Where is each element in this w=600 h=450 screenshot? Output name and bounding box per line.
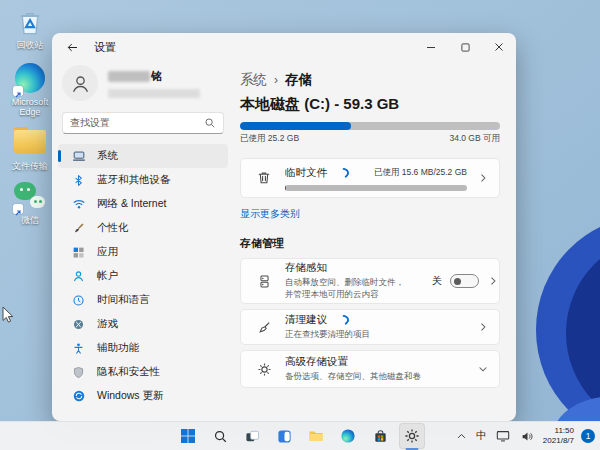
storage-page: 系统 › 存储 本地磁盘 (C:) - 59.3 GB 已使用 25.2 GB … xyxy=(234,61,516,421)
sidebar-item-gaming[interactable]: 游戏 xyxy=(58,312,228,336)
advanced-title: 高级存储设置 xyxy=(285,355,467,369)
person-icon xyxy=(71,269,86,284)
start-button[interactable] xyxy=(175,423,201,449)
close-button[interactable] xyxy=(482,33,516,61)
avatar xyxy=(62,65,98,101)
titlebar: 设置 xyxy=(52,33,516,61)
storage-sense-title: 存储感知 xyxy=(285,261,432,275)
desktop-icon-label: 微信 xyxy=(2,215,58,225)
sidebar-item-label: 应用 xyxy=(97,245,118,259)
wifi-icon xyxy=(71,197,86,212)
user-account-row[interactable]: 铭 xyxy=(52,61,234,101)
advanced-storage-card[interactable]: 高级存储设置 备份选项、存储空间、其他磁盘和卷 xyxy=(240,350,500,388)
sidebar-item-personalization[interactable]: 个性化 xyxy=(58,216,228,240)
clock[interactable]: 11:50 2021/8/7 xyxy=(543,426,574,447)
desktop: 回收站 Microsoft Edge 文件传输 微信 xyxy=(0,0,600,450)
sidebar-item-system[interactable]: 系统 xyxy=(58,144,228,168)
cleanup-recommendations-card[interactable]: 清理建议 正在查找要清理的项目 xyxy=(240,309,500,345)
laptop-icon xyxy=(71,149,86,164)
sidebar-item-accounts[interactable]: 帐户 xyxy=(58,264,228,288)
blurred-email xyxy=(108,89,200,98)
tray-date: 2021/8/7 xyxy=(543,436,574,446)
desktop-icon-edge[interactable]: Microsoft Edge xyxy=(2,62,58,118)
minimize-button[interactable] xyxy=(414,33,448,61)
widgets-button[interactable] xyxy=(271,423,297,449)
loading-spinner-icon xyxy=(337,166,351,180)
sidebar-item-label: 网络 & Internet xyxy=(97,197,166,211)
network-tray-button[interactable] xyxy=(494,427,512,445)
toggle-off-label: 关 xyxy=(432,274,442,288)
sidebar-item-windows-update[interactable]: Windows 更新 xyxy=(58,384,228,408)
store-icon xyxy=(373,429,388,444)
sidebar-nav: 系统 蓝牙和其他设备 网络 & Internet xyxy=(52,144,234,408)
chevron-down-icon xyxy=(477,363,489,375)
maximize-button[interactable] xyxy=(448,33,482,61)
chevron-up-icon xyxy=(456,431,467,442)
tray-time: 11:50 xyxy=(543,426,574,436)
sidebar-item-privacy-security[interactable]: 隐私和安全性 xyxy=(58,360,228,384)
sidebar-item-label: 蓝牙和其他设备 xyxy=(97,173,171,187)
desktop-icon-folder[interactable]: 文件传输 xyxy=(2,124,58,171)
settings-sidebar: 铭 查找设置 xyxy=(52,61,234,421)
desktop-icon-wechat[interactable]: 微信 xyxy=(2,180,58,225)
breadcrumb-system[interactable]: 系统 xyxy=(240,71,267,89)
storage-sense-toggle[interactable] xyxy=(450,274,479,288)
sidebar-item-time-language[interactable]: 时间和语言 xyxy=(58,288,228,312)
recycle-bin-icon xyxy=(14,6,46,38)
sidebar-item-label: Windows 更新 xyxy=(97,389,164,403)
sidebar-item-label: 个性化 xyxy=(97,221,129,235)
taskbar-search-button[interactable] xyxy=(207,423,233,449)
edge-button[interactable] xyxy=(335,423,361,449)
sidebar-item-network[interactable]: 网络 & Internet xyxy=(58,192,228,216)
edge-icon xyxy=(340,428,356,444)
apps-grid-icon xyxy=(71,245,86,260)
tray-overflow-button[interactable] xyxy=(454,429,469,444)
show-more-categories-link[interactable]: 显示更多类别 xyxy=(240,207,300,221)
sidebar-item-label: 隐私和安全性 xyxy=(97,365,160,379)
search-icon xyxy=(204,117,216,129)
clock-icon xyxy=(71,293,86,308)
ime-indicator[interactable]: 中 xyxy=(476,429,487,443)
notification-badge[interactable]: 1 xyxy=(581,429,595,443)
back-arrow-icon xyxy=(66,41,79,54)
taskbar: 中 11:50 2021/8/7 1 xyxy=(0,421,600,450)
broom-icon xyxy=(255,320,273,335)
mouse-cursor xyxy=(2,306,14,324)
storage-sense-desc: 自动释放空间、删除临时文件， 并管理本地可用的云内容 xyxy=(285,277,432,301)
search-input[interactable]: 查找设置 xyxy=(62,112,224,134)
storage-sense-card[interactable]: 存储感知 自动释放空间、删除临时文件， 并管理本地可用的云内容 关 xyxy=(240,258,500,304)
bluetooth-icon xyxy=(71,173,86,188)
task-view-button[interactable] xyxy=(239,423,265,449)
sidebar-item-accessibility[interactable]: 辅助功能 xyxy=(58,336,228,360)
system-tray: 中 11:50 2021/8/7 1 xyxy=(454,422,595,450)
search-placeholder: 查找设置 xyxy=(70,116,204,130)
file-explorer-button[interactable] xyxy=(303,423,329,449)
sidebar-item-label: 辅助功能 xyxy=(97,341,139,355)
speaker-icon xyxy=(521,430,534,443)
cleanup-title: 清理建议 xyxy=(285,313,327,327)
volume-tray-button[interactable] xyxy=(519,428,536,445)
desktop-icon-recycle-bin[interactable]: 回收站 xyxy=(2,6,58,50)
desktop-icon-label: 文件传输 xyxy=(2,161,58,171)
breadcrumb-storage: 存储 xyxy=(285,71,312,89)
sidebar-item-label: 系统 xyxy=(97,149,118,163)
temp-files-bar xyxy=(285,185,467,191)
shortcut-arrow-icon xyxy=(13,86,23,96)
settings-app-button[interactable] xyxy=(399,423,425,449)
windows-logo-icon xyxy=(180,428,196,444)
disk-used-label: 已使用 25.2 GB xyxy=(240,133,299,145)
minimize-icon xyxy=(426,42,436,52)
task-view-icon xyxy=(245,429,260,444)
sidebar-item-bluetooth[interactable]: 蓝牙和其他设备 xyxy=(58,168,228,192)
settings-window: 设置 xyxy=(52,33,516,421)
microsoft-store-button[interactable] xyxy=(367,423,393,449)
sidebar-item-label: 游戏 xyxy=(97,317,118,331)
back-button[interactable] xyxy=(58,36,86,58)
sidebar-item-apps[interactable]: 应用 xyxy=(58,240,228,264)
temp-files-title: 临时文件 xyxy=(285,166,327,180)
disk-usage-bar xyxy=(240,122,500,130)
window-title: 设置 xyxy=(94,40,116,55)
disk-usage-fill xyxy=(240,122,351,130)
sidebar-item-label: 时间和语言 xyxy=(97,293,150,307)
temp-files-card[interactable]: 临时文件 已使用 15.6 MB/25.2 GB xyxy=(240,158,500,198)
